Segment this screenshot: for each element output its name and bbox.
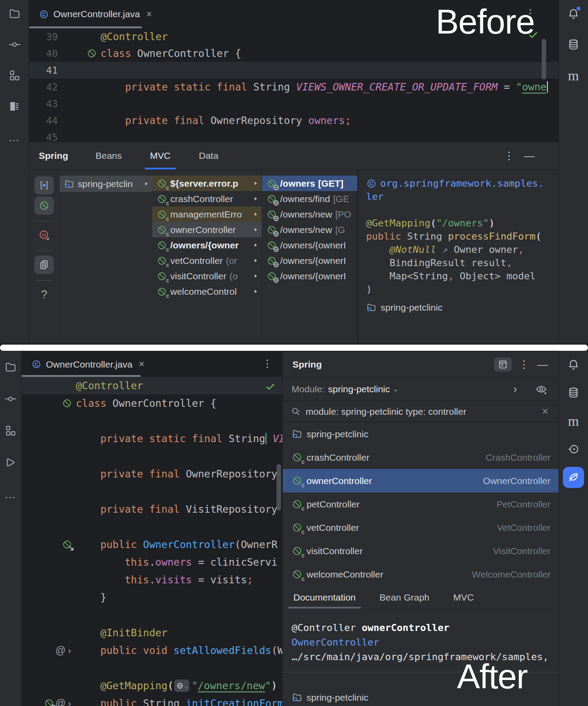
sidebar-button-structure[interactable] <box>4 424 17 437</box>
expand-arrow-icon[interactable] <box>252 180 259 187</box>
sidebar-button-notes[interactable] <box>8 100 21 113</box>
sidebar-button-leaf[interactable] <box>567 471 580 484</box>
expand-arrow-icon[interactable] <box>252 211 259 218</box>
kebab-menu-icon[interactable]: ⋮ <box>519 358 529 371</box>
sidebar-button-folder[interactable] <box>8 7 21 20</box>
sidebar-button-bell[interactable] <box>567 358 580 371</box>
gutter[interactable]: @› <box>22 645 76 657</box>
list-item-visitController[interactable]: cvisitControllerVisitController <box>283 539 558 563</box>
list-item-ownerController[interactable]: cownerControllerOwnerController <box>283 469 558 492</box>
list-item-crashController[interactable]: ccrashControllerCrashController <box>283 446 558 469</box>
endpoint-row[interactable]: /owners/new [PO <box>262 207 357 222</box>
sidebar-button-folder[interactable] <box>4 361 17 374</box>
expand-arrow-icon[interactable] <box>252 226 259 233</box>
expand-arrow-icon[interactable] <box>252 273 259 279</box>
bean-row[interactable]: ccrashController <box>152 191 262 207</box>
expand-arrow-icon[interactable] <box>252 257 259 264</box>
sidebar-button-database[interactable] <box>567 38 580 51</box>
clear-search-icon[interactable]: ✕ <box>542 406 549 417</box>
list-item-petController[interactable]: cpetControllerPetController <box>283 492 558 516</box>
code-line[interactable]: private static final String VI <box>22 430 282 447</box>
strip-button-bean[interactable] <box>34 196 54 215</box>
chevron-right-icon[interactable]: › <box>513 383 517 395</box>
code-line[interactable]: @GetMapping(⌄"/owners/new") <box>22 677 282 695</box>
strip-button-copy[interactable] <box>34 255 54 274</box>
endpoint-row[interactable]: /owners/new [G <box>262 222 357 237</box>
endpoint-row[interactable]: /owners/find [GE <box>262 191 357 207</box>
tab-beans[interactable]: Beans <box>94 142 124 169</box>
endpoint-row[interactable]: /owners [GET] <box>262 176 357 191</box>
endpoint-row[interactable]: /owners/{ownerI <box>262 237 357 253</box>
sidebar-button-history[interactable] <box>567 443 580 456</box>
sidebar-button-more[interactable]: … <box>8 131 21 144</box>
sidebar-button-maven[interactable]: m <box>567 69 580 82</box>
layout-view-icon[interactable] <box>494 357 512 372</box>
endpoint-row[interactable]: /owners/{ownerI <box>262 268 357 284</box>
search-field[interactable]: module: spring-petclinic type: controlle… <box>283 401 558 422</box>
strip-button-region[interactable] <box>34 176 54 195</box>
gutter[interactable]: @› <box>22 698 76 706</box>
code-line[interactable]: 42 private static final String VIEWS_OWN… <box>29 79 558 95</box>
code-line[interactable]: 45 <box>29 129 558 142</box>
top-editor-tab-ownercontroller[interactable]: C OwnerController.java ✕ <box>29 0 159 28</box>
code-line[interactable] <box>22 659 282 677</box>
top-code-area[interactable]: 39@Controller40class OwnerController {41… <box>29 28 558 142</box>
code-line[interactable]: private final OwnerRepository <box>22 465 282 483</box>
tab-data[interactable]: Data <box>197 142 220 169</box>
tab-documentation[interactable]: Documentation <box>292 586 357 608</box>
code-line[interactable]: this.visits = visits; <box>22 571 282 589</box>
gutter[interactable] <box>22 398 76 409</box>
list-item-welcomeController[interactable]: cwelcomeControllerWelcomeController <box>283 563 558 586</box>
bean-row[interactable]: cownerController <box>152 222 262 237</box>
bean-row[interactable]: cwelcomeControl <box>152 284 262 299</box>
editor-scrollbar[interactable] <box>542 39 546 79</box>
code-line[interactable]: 44 private final OwnerRepository owners; <box>29 112 558 129</box>
sidebar-button-commit[interactable] <box>4 392 17 406</box>
code-line[interactable] <box>22 447 282 465</box>
bottom-code-area[interactable]: @Controllerclass OwnerController { priva… <box>22 377 282 706</box>
bean-row[interactable]: c${server.error.p <box>152 176 262 191</box>
code-line[interactable]: @› public String initCreationForm <box>22 695 282 706</box>
gutter[interactable] <box>59 48 101 59</box>
minimize-icon[interactable]: — <box>537 358 548 371</box>
strip-button-help[interactable]: ? <box>34 285 54 304</box>
close-icon[interactable]: ✕ <box>139 360 145 369</box>
bean-row[interactable]: c/owners/{owner <box>152 237 262 253</box>
editor-scrollbar[interactable] <box>277 464 281 511</box>
code-line[interactable]: } <box>22 589 282 606</box>
code-line[interactable]: class OwnerController { <box>22 394 282 412</box>
bean-row[interactable]: cvisitController (o <box>152 268 262 284</box>
bean-row[interactable]: cmanagementErro <box>152 207 262 222</box>
sidebar-button-commit[interactable] <box>8 38 21 51</box>
code-line[interactable] <box>22 518 282 536</box>
code-line[interactable]: @› public void setAllowedFields(W <box>22 642 282 659</box>
expand-arrow-icon[interactable] <box>252 288 259 295</box>
code-line[interactable]: public OwnerController(OwnerR <box>22 536 282 553</box>
code-line[interactable] <box>22 412 282 430</box>
gutter[interactable] <box>22 539 76 550</box>
sidebar-button-play[interactable] <box>4 456 17 469</box>
list-item-vetController[interactable]: cvetControllerVetController <box>283 516 558 539</box>
kebab-menu-icon[interactable]: ⋮ <box>504 150 514 162</box>
module-row[interactable]: spring-petclin <box>60 176 152 192</box>
code-line[interactable] <box>22 606 282 624</box>
inspections-ok-icon[interactable] <box>265 381 276 394</box>
bean-row[interactable]: cvetController (or <box>152 253 262 268</box>
code-line[interactable]: @InitBinder <box>22 624 282 642</box>
close-icon[interactable]: ✕ <box>146 10 152 19</box>
eye-filter-icon[interactable] <box>536 383 547 395</box>
bottom-editor-tab-ownercontroller[interactable]: C OwnerController.java ✕ <box>22 352 152 377</box>
code-line[interactable]: 43 <box>29 95 558 112</box>
sidebar-button-more[interactable]: … <box>4 488 17 501</box>
strip-button-maven-red[interactable]: m <box>34 226 54 244</box>
doc-class-link[interactable]: OwnerController <box>292 635 550 650</box>
module-selector-row[interactable]: Module: spring-petclinic ⌄ › <box>283 377 558 401</box>
expand-arrow-icon[interactable] <box>252 195 259 202</box>
minimize-icon[interactable]: — <box>524 150 535 162</box>
kebab-menu-icon[interactable]: ⋮ <box>262 357 273 370</box>
sidebar-button-structure[interactable] <box>8 69 21 82</box>
list-item-spring-petclinic[interactable]: spring-petclinic <box>283 422 558 446</box>
code-line[interactable] <box>22 483 282 500</box>
code-line[interactable]: 41 <box>29 62 558 79</box>
search-icon[interactable] <box>291 406 301 417</box>
